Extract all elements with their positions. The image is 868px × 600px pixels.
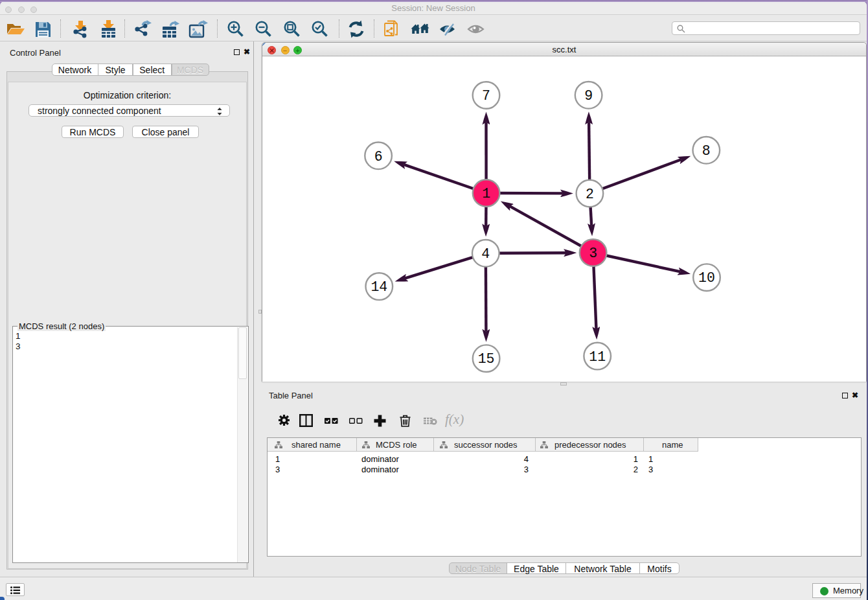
svg-text:14: 14 [371,279,387,295]
svg-text:3: 3 [589,246,597,261]
svg-text:8: 8 [702,143,711,159]
svg-text:11: 11 [589,349,606,365]
svg-text:7: 7 [482,88,490,104]
svg-text:6: 6 [374,149,383,165]
svg-text:10: 10 [698,270,715,286]
svg-text:9: 9 [584,88,593,104]
svg-text:1: 1 [482,186,490,202]
svg-text:2: 2 [586,187,594,202]
svg-text:15: 15 [478,351,495,367]
svg-text:4: 4 [481,246,490,262]
